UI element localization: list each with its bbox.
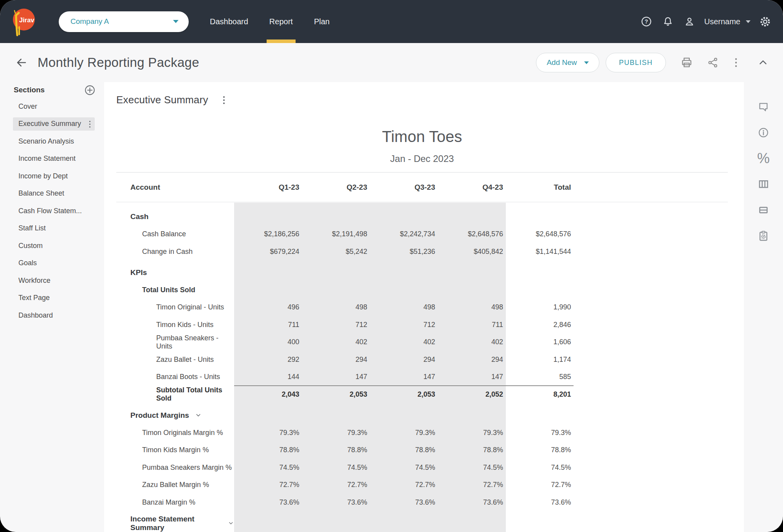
tab-report[interactable]: Report [259, 0, 303, 43]
table-row: Pumbaa Sneakers - Units4004024024021,606 [116, 334, 728, 351]
page-title: Monthly Reporting Package [38, 55, 199, 70]
share-icon[interactable] [707, 57, 719, 68]
row-label: KPIs [116, 268, 234, 277]
comments-icon[interactable] [758, 101, 769, 113]
cell-value: 79.3% [234, 429, 302, 437]
section-menu-icon[interactable] [222, 95, 226, 105]
row-label: Banzai Boots - Units [116, 373, 234, 381]
table-row: Timon Original - Units4964984984981,990 [116, 299, 728, 316]
collapse-chevron-up-icon[interactable] [757, 57, 769, 68]
row-label-text: Cash Balance [142, 230, 186, 238]
columns-icon[interactable] [758, 178, 769, 190]
add-new-label: Add New [547, 58, 577, 67]
user-menu-chevron-icon[interactable] [746, 20, 751, 23]
username-label[interactable]: Username [704, 17, 740, 26]
cell-value: 79.3% [302, 429, 370, 437]
cell-value: $405,842 [438, 248, 506, 256]
print-icon[interactable] [680, 56, 693, 69]
row-label: Change in Cash [116, 248, 234, 256]
info-icon[interactable] [758, 127, 769, 138]
sidebar-item-custom[interactable]: Custom [0, 237, 104, 255]
row-label: Pumbaa Sneakers Margin % [116, 464, 234, 472]
sidebar-item-goals[interactable]: Goals [0, 255, 104, 272]
sidebar-item-text-page[interactable]: Text Page [0, 289, 104, 307]
row-label-text: Subtotal Total Units Sold [156, 386, 234, 403]
sidebar-item-income-by-dept[interactable]: Income by Dept [0, 167, 104, 185]
cell-value: 585 [506, 373, 574, 381]
company-selector[interactable]: Company A [59, 11, 189, 32]
cell-value: 78.8% [438, 446, 506, 454]
tab-label: Plan [314, 17, 330, 26]
table-section-row: KPIs [116, 264, 728, 282]
cell-value: 2,846 [506, 321, 574, 329]
sidebar-item-label: Goals [18, 259, 37, 267]
back-arrow-icon[interactable] [16, 57, 27, 68]
add-section-icon[interactable] [84, 84, 96, 96]
table-row: Total Units Sold [116, 281, 728, 299]
item-menu-icon[interactable] [88, 120, 91, 128]
account-person-icon[interactable] [679, 16, 700, 27]
cell-value: 74.5% [302, 464, 370, 472]
table-row: Timon Originals Margin %79.3%79.3%79.3%7… [116, 424, 728, 442]
sidebar-item-executive-summary[interactable]: Executive Summary [0, 115, 104, 133]
sidebar-item-income-statement[interactable]: Income Statement [0, 150, 104, 168]
cell-value: 711 [438, 321, 506, 329]
cell-value: 2,053 [370, 390, 438, 399]
jirav-logo[interactable]: Jirav [11, 7, 35, 38]
sidebar-item-workforce[interactable]: Workforce [0, 272, 104, 289]
more-options-icon[interactable] [734, 58, 738, 68]
help-icon[interactable]: ? [636, 16, 657, 27]
percentage-icon[interactable]: % [757, 153, 770, 164]
sidebar-item-label: Executive Summary [18, 120, 81, 128]
publish-button[interactable]: PUBLISH [606, 53, 666, 72]
cell-value: 73.6% [302, 498, 370, 507]
cell-value: 74.5% [370, 464, 438, 472]
settings-gear-icon[interactable] [759, 16, 771, 28]
table-row: Subtotal Total Units Sold2,0432,0532,053… [116, 386, 728, 403]
report-period: Jan - Dec 2023 [116, 153, 728, 164]
row-label: Subtotal Total Units Sold [116, 386, 234, 403]
sections-header: Sections [0, 82, 104, 98]
sidebar-item-label: Income by Dept [18, 172, 68, 180]
row-label-text: Zazu Ballet Margin % [142, 481, 209, 489]
report-settings-clipboard-icon[interactable] [758, 230, 769, 242]
publish-label: PUBLISH [619, 59, 653, 67]
cell-value: 74.5% [506, 464, 574, 472]
sidebar-item-cash-flow-statem[interactable]: Cash Flow Statem... [0, 202, 104, 220]
table-section-row: Product Margins [116, 407, 728, 424]
row-label-text: Zazu Ballet - Units [156, 356, 214, 364]
notifications-bell-icon[interactable] [657, 16, 679, 27]
sidebar-item-label: Custom [18, 242, 43, 250]
collapse-chevron-down-icon[interactable] [228, 520, 234, 527]
cell-value: 402 [370, 338, 438, 346]
sidebar-item-cover[interactable]: Cover [0, 98, 104, 115]
topbar-right: ? Username [636, 16, 771, 28]
row-label: Cash Balance [116, 230, 234, 238]
add-new-button[interactable]: Add New [536, 53, 599, 72]
cell-value: 496 [234, 303, 302, 311]
cell-value: 72.7% [506, 481, 574, 489]
sections-title: Sections [14, 86, 45, 94]
tab-plan[interactable]: Plan [303, 0, 340, 43]
cell-value: 1,990 [506, 303, 574, 311]
report-area: Timon Toes Jan - Dec 2023 AccountQ1-23Q2… [104, 128, 744, 532]
rows-icon[interactable] [758, 204, 769, 216]
app-window: Jirav Company A DashboardReportPlan ? Us… [0, 0, 783, 532]
sidebar-item-label: Workforce [18, 277, 51, 285]
cell-value: $679,224 [234, 248, 302, 256]
cell-value: 72.7% [438, 481, 506, 489]
cell-value: 78.8% [234, 446, 302, 454]
cell-value: $2,648,576 [506, 230, 574, 238]
table-row: Banzai Margin %73.6%73.6%73.6%73.6%73.6% [116, 494, 728, 511]
subtotal-divider [234, 385, 574, 386]
cell-value: 1,174 [506, 356, 574, 364]
tab-dashboard[interactable]: Dashboard [199, 0, 259, 43]
row-label: Product Margins [116, 411, 234, 420]
sidebar-item-balance-sheet[interactable]: Balance Sheet [0, 185, 104, 203]
collapse-chevron-down-icon[interactable] [195, 412, 202, 419]
column-header-account: Account [116, 183, 234, 192]
cell-value: 294 [370, 356, 438, 364]
sidebar-item-dashboard[interactable]: Dashboard [0, 307, 104, 324]
sidebar-item-scenario-analysis[interactable]: Scenario Analysis [0, 133, 104, 150]
sidebar-item-staff-list[interactable]: Staff List [0, 220, 104, 237]
